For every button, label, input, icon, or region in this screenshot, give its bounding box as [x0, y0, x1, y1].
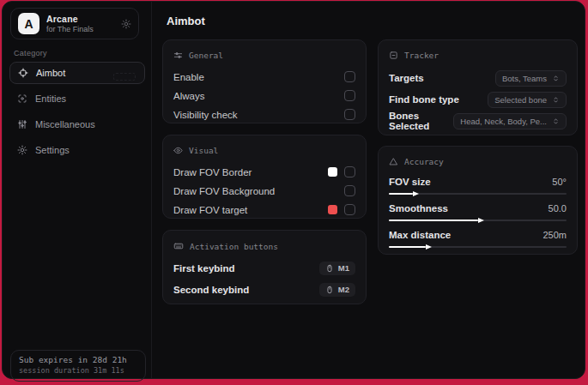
panel-title: Visual: [189, 146, 218, 155]
fov-target-checkbox[interactable]: [344, 204, 355, 215]
setting-row-max-distance: Max distance 250m: [389, 227, 567, 250]
targets-dropdown[interactable]: Bots, Teams: [495, 70, 567, 87]
setting-row-targets: Targets Bots, Teams: [389, 68, 567, 88]
setting-label: Visibility check: [173, 110, 238, 120]
setting-label: Targets: [389, 73, 424, 83]
slider-fill: [389, 193, 413, 195]
sidebar-item-label: Miscellaneous: [35, 119, 95, 129]
setting-row-smoothness: Smoothness 50.0: [389, 201, 567, 224]
setting-row-fov-border: Draw FOV Border: [173, 163, 355, 181]
session-duration-text: session duration 31m 11s: [19, 366, 137, 375]
keyboard-icon: [173, 241, 184, 251]
second-keybind-badge[interactable]: M2: [319, 283, 355, 297]
sliders-vertical-icon: [17, 119, 27, 129]
sidebar-item-entities[interactable]: Entities: [9, 87, 145, 110]
eye-icon: [173, 146, 183, 155]
setting-row-fov-target: Draw FOV target: [173, 201, 355, 219]
setting-row-first-keybind: First keybind M1: [173, 259, 355, 277]
slider-thumb[interactable]: [426, 244, 432, 250]
chevrons-up-down-icon: [552, 75, 560, 82]
chevrons-up-down-icon: [552, 96, 560, 104]
panel-title: Activation buttons: [190, 242, 278, 251]
find-bone-type-dropdown[interactable]: Selected bone: [488, 92, 567, 108]
setting-label: Enable: [173, 72, 204, 82]
sliders-horizontal-icon: [173, 51, 183, 60]
page-title: Aimbot: [167, 15, 205, 27]
fov-size-slider[interactable]: [389, 190, 567, 197]
slider-value: 50°: [552, 177, 567, 187]
bones-selected-dropdown[interactable]: Head, Neck, Body, Pe...: [453, 113, 567, 129]
keybind-hint-placeholder: [113, 73, 136, 81]
setting-row-enable: Enable: [173, 68, 355, 86]
app-subtitle: for The Finals: [46, 25, 121, 33]
slider-value: 250m: [543, 230, 567, 240]
setting-label: Smoothness: [389, 203, 448, 214]
setting-row-always: Always: [173, 87, 355, 105]
crosshair-icon: [18, 68, 28, 78]
setting-label: Max distance: [389, 230, 451, 240]
main-content: Aimbot General Enable Always Visibili: [153, 2, 585, 378]
mouse-icon: [325, 286, 334, 294]
sidebar: A Arcane for The Finals Category: [3, 2, 152, 378]
fov-border-color-swatch[interactable]: [328, 167, 337, 177]
panel-title: Tracker: [404, 51, 439, 60]
gear-icon[interactable]: [121, 19, 131, 29]
category-label: Category: [14, 49, 47, 57]
smoothness-slider[interactable]: [389, 217, 567, 224]
panel-activation-buttons: Activation buttons First keybind M1 Seco…: [162, 230, 367, 304]
sidebar-item-label: Entities: [35, 93, 66, 104]
panel-tracker: Tracker Targets Bots, Teams Find bone ty…: [378, 39, 578, 135]
fov-border-checkbox[interactable]: [344, 166, 355, 177]
setting-row-find-bone-type: Find bone type Selected bone: [389, 89, 567, 110]
sidebar-item-aimbot[interactable]: Aimbot: [9, 62, 145, 84]
visibility-check-checkbox[interactable]: [344, 109, 355, 120]
slider-fill: [389, 246, 426, 248]
dropdown-value: Bots, Teams: [502, 74, 547, 83]
setting-row-visibility-check: Visibility check: [173, 105, 355, 123]
setting-label: First keybind: [173, 263, 235, 274]
app-window: A Arcane for The Finals Category: [2, 1, 585, 379]
sidebar-item-label: Aimbot: [36, 68, 65, 78]
dropdown-value: Head, Neck, Body, Pe...: [460, 117, 547, 126]
keybind-value: M1: [338, 263, 349, 273]
always-checkbox[interactable]: [344, 90, 355, 101]
panel-general: General Enable Always Visibility check: [162, 39, 367, 123]
app-name: Arcane: [46, 14, 121, 24]
setting-row-second-keybind: Second keybind M2: [173, 280, 355, 298]
subscription-status-card: Sub expires in 28d 21h session duration …: [10, 350, 146, 382]
first-keybind-badge[interactable]: M1: [319, 262, 355, 275]
settings-gear-icon: [17, 145, 27, 155]
panel-title: Accuracy: [404, 157, 444, 166]
fov-target-color-swatch[interactable]: [328, 205, 337, 214]
app-logo: A: [18, 13, 39, 34]
slider-fill: [389, 220, 478, 221]
square-minus-icon: [389, 51, 398, 60]
sidebar-nav: Aimbot Entities: [9, 62, 145, 165]
triangle-icon: [389, 157, 398, 166]
setting-label: Draw FOV Background: [173, 186, 275, 196]
setting-label: Second keybind: [173, 285, 249, 295]
panel-accuracy: Accuracy FOV size 50° Smoothness 50.0: [378, 146, 578, 255]
slider-value: 50.0: [549, 203, 567, 214]
keybind-value: M2: [338, 285, 349, 294]
sidebar-item-miscellaneous[interactable]: Miscellaneous: [9, 113, 145, 135]
brand-card: A Arcane for The Finals: [10, 8, 139, 39]
slider-thumb[interactable]: [413, 191, 419, 196]
panel-title: General: [189, 51, 223, 60]
setting-label: Bones Selected: [389, 111, 453, 131]
panel-visual: Visual Draw FOV Border Draw FOV Backgrou…: [162, 135, 367, 219]
dropdown-value: Selected bone: [494, 95, 547, 105]
mouse-icon: [325, 264, 334, 273]
max-distance-slider[interactable]: [389, 244, 567, 250]
setting-row-fov-background: Draw FOV Background: [173, 182, 355, 200]
scan-frame-icon: [17, 93, 27, 104]
setting-row-bones-selected: Bones Selected Head, Neck, Body, Pe...: [389, 111, 567, 131]
setting-row-fov-size: FOV size 50°: [389, 174, 567, 197]
sidebar-item-settings[interactable]: Settings: [9, 139, 145, 161]
slider-thumb[interactable]: [478, 218, 484, 223]
setting-label: Find bone type: [389, 94, 459, 105]
enable-checkbox[interactable]: [344, 71, 355, 82]
sub-expiry-text: Sub expires in 28d 21h: [19, 355, 137, 364]
fov-background-checkbox[interactable]: [344, 185, 355, 196]
chevrons-up-down-icon: [552, 117, 560, 125]
